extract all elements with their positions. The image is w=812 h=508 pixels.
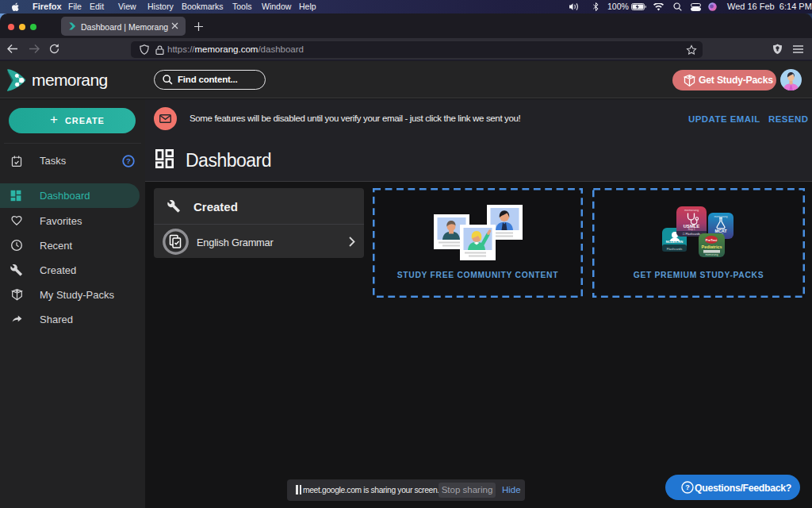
svg-text:□ Flashcards: □ Flashcards [683,233,700,236]
svg-text:Flashcards: Flashcards [667,247,683,251]
svg-text:PreTest: PreTest [706,238,718,242]
svg-text:memorang: memorang [705,253,718,256]
svg-text:?: ? [126,156,131,165]
svg-text:memorang: memorang [684,209,699,212]
svg-text:Pediatrics: Pediatrics [702,244,722,249]
svg-text:?: ? [685,483,690,491]
svg-text:NCLEX-RN: NCLEX-RN [666,240,684,244]
svg-text:Step 1: Step 1 [688,228,695,231]
